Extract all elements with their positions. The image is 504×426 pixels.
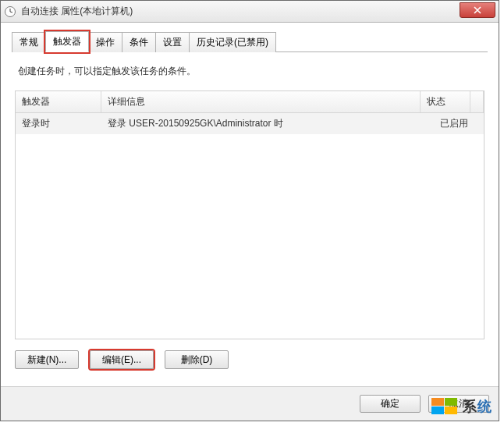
window-title: 自动连接 属性(本地计算机) xyxy=(21,5,133,18)
delete-button[interactable]: 删除(D) xyxy=(165,350,229,369)
close-button[interactable] xyxy=(460,2,495,18)
footer: 确定 取消 系统 xyxy=(1,386,499,421)
col-pad xyxy=(470,91,484,112)
tab-conditions[interactable]: 条件 xyxy=(122,32,156,52)
watermark-text: 系统 xyxy=(463,397,492,416)
svg-rect-4 xyxy=(445,398,457,406)
tabstrip: 常规 触发器 操作 条件 设置 历史记录(已禁用) xyxy=(12,30,488,52)
cell-detail: 登录 USER-20150925GK\Administrator 时 xyxy=(101,113,434,134)
svg-rect-6 xyxy=(445,406,457,414)
tab-general[interactable]: 常规 xyxy=(12,32,46,52)
list-body: 登录时 登录 USER-20150925GK\Administrator 时 已… xyxy=(16,113,484,339)
col-detail[interactable]: 详细信息 xyxy=(101,91,421,112)
table-row[interactable]: 登录时 登录 USER-20150925GK\Administrator 时 已… xyxy=(16,113,484,134)
trigger-list[interactable]: 触发器 详细信息 状态 登录时 登录 USER-20150925GK\Admin… xyxy=(15,91,484,339)
button-row: 新建(N)... 编辑(E)... 删除(D) xyxy=(12,339,488,372)
client-area: 常规 触发器 操作 条件 设置 历史记录(已禁用) 创建任务时，可以指定触发该任… xyxy=(1,23,499,421)
cell-status: 已启用 xyxy=(434,113,484,134)
ok-button[interactable]: 确定 xyxy=(360,395,421,413)
list-header: 触发器 详细信息 状态 xyxy=(16,91,484,113)
new-button[interactable]: 新建(N)... xyxy=(15,350,79,369)
watermark: 系统 xyxy=(431,397,492,416)
tab-actions[interactable]: 操作 xyxy=(88,32,122,52)
col-trigger[interactable]: 触发器 xyxy=(16,91,101,112)
clock-icon xyxy=(4,5,16,18)
titlebar: 自动连接 属性(本地计算机) xyxy=(1,1,499,23)
description-text: 创建任务时，可以指定触发该任务的条件。 xyxy=(12,52,488,86)
windows-logo-icon xyxy=(431,398,458,415)
cell-trigger: 登录时 xyxy=(16,113,101,134)
tab-history[interactable]: 历史记录(已禁用) xyxy=(189,32,276,52)
edit-button[interactable]: 编辑(E)... xyxy=(90,350,154,369)
tab-settings[interactable]: 设置 xyxy=(155,32,190,52)
dialog-window: 自动连接 属性(本地计算机) 常规 触发器 操作 条件 设置 历史记录(已禁用)… xyxy=(0,0,499,421)
tab-triggers[interactable]: 触发器 xyxy=(45,31,89,52)
col-status[interactable]: 状态 xyxy=(421,91,470,112)
svg-rect-3 xyxy=(431,398,444,406)
svg-rect-5 xyxy=(431,406,444,414)
